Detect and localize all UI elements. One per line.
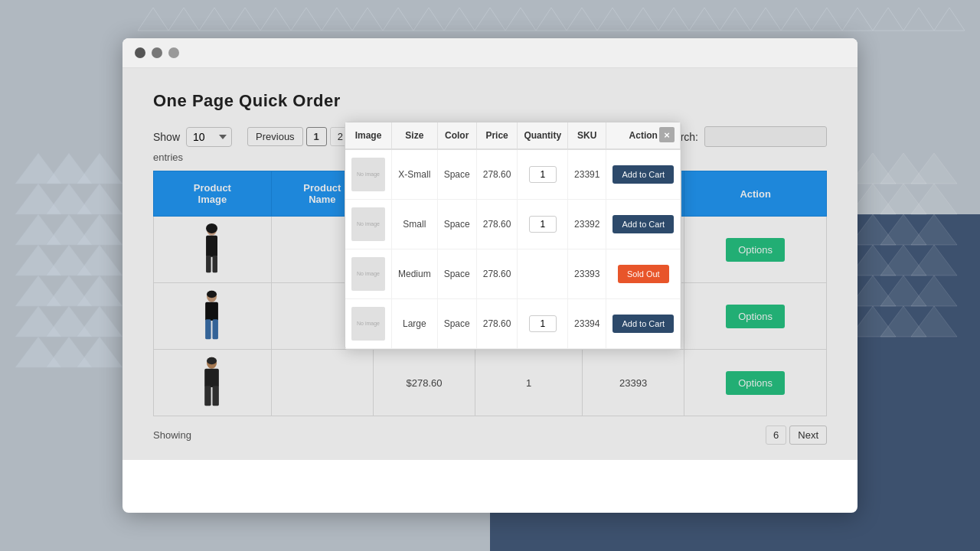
app-window: One Page Quick Order Show 10 25 50 100 P…	[122, 38, 858, 513]
modal-col-price: Price	[476, 122, 518, 149]
svg-text:No image: No image	[357, 221, 380, 227]
add-cart-button-4[interactable]: Add to Cart	[612, 315, 674, 333]
modal-row-large: No image Large Space 278.60 23394	[345, 299, 681, 349]
modal-color-3: Space	[437, 249, 476, 299]
modal-size-3: Medium	[392, 249, 438, 299]
modal-close-button[interactable]: ×	[659, 127, 675, 142]
add-cart-button-1[interactable]: Add to Cart	[612, 165, 674, 184]
modal-col-image: Image	[345, 122, 392, 149]
main-content: One Page Quick Order Show 10 25 50 100 P…	[122, 68, 858, 460]
modal-img-cell-4: No image	[345, 299, 392, 349]
modal-action-cell-3: Sold Out	[606, 249, 681, 299]
modal-img-cell-3: No image	[345, 249, 392, 299]
modal-sku-3: 23393	[568, 249, 606, 299]
modal-col-size: Size	[392, 122, 438, 149]
modal-qty-input-1[interactable]	[529, 166, 557, 183]
modal-qty-cell-1	[518, 149, 568, 200]
modal-size-4: Large	[392, 299, 438, 349]
svg-text:No image: No image	[357, 321, 380, 327]
modal-sku-4: 23394	[568, 299, 606, 349]
modal-price-2: 278.60	[476, 200, 518, 249]
modal-qty-input-2[interactable]	[529, 216, 557, 233]
modal-thumb-3: No image	[351, 257, 385, 291]
modal-qty-cell-4	[518, 299, 568, 349]
modal-col-sku: SKU	[568, 122, 606, 149]
modal-col-color: Color	[437, 122, 476, 149]
modal-thumb-2: No image	[351, 207, 385, 241]
modal-action-cell-1: Add to Cart	[606, 149, 681, 200]
svg-text:No image: No image	[357, 271, 380, 277]
modal-col-quantity: Quantity	[518, 122, 568, 149]
modal-sku-1: 23391	[568, 149, 606, 200]
modal-price-4: 278.60	[476, 299, 518, 349]
modal-sku-2: 23392	[568, 200, 606, 249]
modal-qty-input-4[interactable]	[529, 315, 557, 332]
modal-price-1: 278.60	[476, 149, 518, 200]
add-cart-button-2[interactable]: Add to Cart	[612, 215, 674, 233]
modal-size-2: Small	[392, 200, 438, 249]
modal-size-1: X-Small	[392, 149, 438, 200]
modal-table: Image Size Color Price Quantity SKU Acti…	[345, 122, 681, 349]
modal-price-3: 278.60	[476, 249, 518, 299]
modal-thumb-4: No image	[351, 307, 385, 341]
modal-color-1: Space	[437, 149, 476, 200]
window-dot-2	[152, 47, 162, 58]
modal-row-xsmall: No image X-Small Space 278.60 23391	[345, 149, 681, 200]
modal-action-cell-2: Add to Cart	[606, 200, 681, 249]
window-dot-1	[135, 47, 145, 58]
modal-img-cell-2: No image	[345, 200, 392, 249]
modal-qty-cell-2	[518, 200, 568, 249]
modal-thumb-1: No image	[351, 158, 385, 191]
modal-color-4: Space	[437, 299, 476, 349]
window-dot-3	[168, 47, 179, 58]
titlebar	[122, 38, 858, 68]
modal-row-medium: No image Medium Space 278.60 23393 Sold …	[345, 249, 681, 299]
modal-img-cell-1: No image	[345, 149, 392, 200]
modal-color-2: Space	[437, 200, 476, 249]
modal-overlay: × Image Size Color Price Quantity SKU Ac…	[122, 68, 858, 460]
modal-action-cell-4: Add to Cart	[606, 299, 681, 349]
svg-text:No image: No image	[357, 171, 380, 178]
options-modal: × Image Size Color Price Quantity SKU Ac…	[345, 122, 681, 350]
modal-row-small: No image Small Space 278.60 23392	[345, 200, 681, 249]
sold-out-button-3[interactable]: Sold Out	[618, 265, 669, 283]
modal-qty-cell-3	[518, 249, 568, 299]
